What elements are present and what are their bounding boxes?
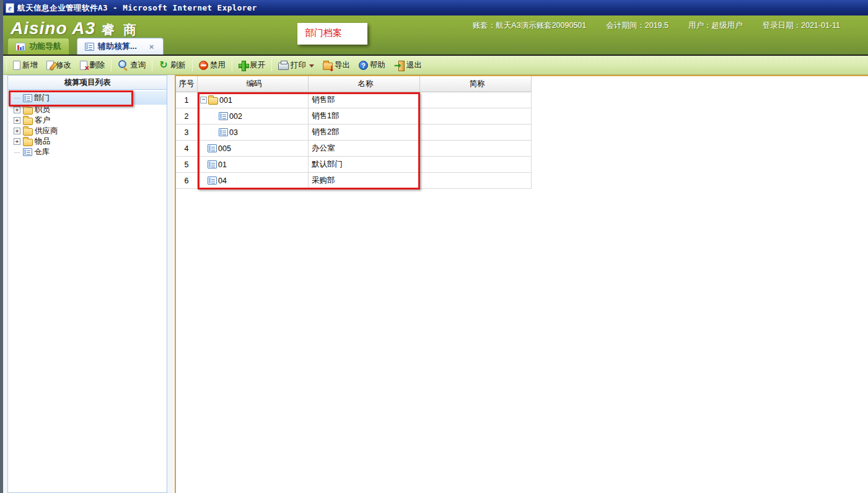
print-button[interactable]: 打印 xyxy=(274,58,318,73)
tree-item-supplier[interactable]: 供应商 xyxy=(8,126,167,136)
disable-icon xyxy=(199,61,208,70)
grid-icon xyxy=(85,43,94,51)
print-icon xyxy=(278,63,289,70)
folder-icon xyxy=(23,107,33,115)
tree-item-customer[interactable]: 客户 xyxy=(8,115,167,126)
list-icon xyxy=(208,144,217,152)
list-icon xyxy=(208,160,217,168)
tree-item-warehouse[interactable]: 仓库 xyxy=(8,147,167,157)
expand-button[interactable]: 展开 xyxy=(234,58,270,73)
brand-name-en: Aisino A3 xyxy=(11,19,95,38)
tree-connector xyxy=(14,98,20,98)
brand-logo: Aisino A3 睿 商 xyxy=(11,19,139,38)
grid-panel: 序号 编码 名称 简称 1 001 销售部 2 xyxy=(175,75,868,493)
tree-connector xyxy=(14,152,20,153)
list-icon xyxy=(219,112,228,120)
list-icon xyxy=(23,94,32,102)
app-window: 航天信息企业管理软件A3 - Microsoft Internet Explor… xyxy=(0,0,868,493)
expand-plus-icon[interactable] xyxy=(14,107,20,113)
toolbar-separator xyxy=(111,59,112,71)
accounting-period-info: 会计期间：2019.5 xyxy=(606,20,669,31)
help-button[interactable]: 帮助 xyxy=(354,58,390,73)
brand-name-cn: 睿 商 xyxy=(102,22,139,37)
expand-plus-icon[interactable] xyxy=(14,128,20,134)
list-icon xyxy=(208,177,217,185)
refresh-icon xyxy=(159,60,169,70)
collapse-minus-icon[interactable] xyxy=(200,97,207,103)
tab-label: 辅助核算... xyxy=(98,41,137,52)
tab-function-navigation[interactable]: 功能导航 xyxy=(7,38,69,55)
internet-explorer-icon xyxy=(6,3,14,13)
refresh-button[interactable]: 刷新 xyxy=(154,58,190,73)
toolbar-separator xyxy=(232,59,232,71)
table-row[interactable]: 6 04 采购部 xyxy=(176,173,532,189)
tree-item-goods[interactable]: 物品 xyxy=(8,136,167,147)
content-area: 核算项目列表 部门 职员 客户 xyxy=(3,75,868,493)
search-icon xyxy=(118,60,128,71)
column-header-code[interactable]: 编码 xyxy=(198,76,309,92)
annotation-callout: 部门档案 xyxy=(297,23,367,45)
table-row[interactable]: 5 01 默认部门 xyxy=(176,157,532,173)
folder-icon xyxy=(23,139,33,146)
delete-button[interactable]: 删除 xyxy=(76,58,109,73)
column-header-seq[interactable]: 序号 xyxy=(176,76,198,92)
export-button[interactable]: 导出 xyxy=(318,58,354,73)
delete-icon xyxy=(80,61,87,70)
new-button[interactable]: 新增 xyxy=(9,58,42,73)
tab-auxiliary-accounting[interactable]: 辅助核算... xyxy=(77,38,164,55)
exit-icon xyxy=(394,61,405,70)
tree-item-employee[interactable]: 职员 xyxy=(8,105,167,115)
table-row[interactable]: 3 03 销售2部 xyxy=(176,124,532,141)
session-info: 账套：航天A3演示账套20090501 会计期间：2019.5 用户：超级用户 … xyxy=(473,20,840,31)
folder-icon xyxy=(23,118,33,125)
disable-button[interactable]: 禁用 xyxy=(195,58,230,73)
toolbar: 新增 修改 删除 查询 刷新 禁用 展开 xyxy=(3,56,868,75)
table-row[interactable]: 1 001 销售部 xyxy=(176,92,532,108)
expand-plus-icon[interactable] xyxy=(14,138,20,145)
toolbar-separator xyxy=(192,59,193,71)
chevron-down-icon[interactable] xyxy=(309,64,314,70)
login-date-info: 登录日期：2021-01-11 xyxy=(762,20,840,31)
panel-splitter[interactable] xyxy=(167,75,175,493)
close-icon[interactable] xyxy=(149,43,154,51)
list-icon xyxy=(219,128,228,136)
sidebar-title: 核算项目列表 xyxy=(8,76,167,90)
window-title: 航天信息企业管理软件A3 - Microsoft Internet Explor… xyxy=(17,0,257,15)
expand-plus-icon[interactable] xyxy=(14,117,20,124)
grid-header-row: 序号 编码 名称 简称 xyxy=(176,76,532,92)
table-row[interactable]: 4 005 办公室 xyxy=(176,141,532,157)
toolbar-separator xyxy=(152,59,152,71)
new-doc-icon xyxy=(13,61,20,70)
query-button[interactable]: 查询 xyxy=(113,58,150,73)
tab-label: 功能导航 xyxy=(29,41,61,52)
app-header: Aisino A3 睿 商 账套：航天A3演示账套20090501 会计期间：2… xyxy=(3,15,868,56)
user-info: 用户：超级用户 xyxy=(688,20,743,31)
bar-chart-icon xyxy=(15,43,25,51)
department-grid: 序号 编码 名称 简称 1 001 销售部 2 xyxy=(176,76,532,189)
modify-button[interactable]: 修改 xyxy=(42,58,76,73)
folder-icon xyxy=(23,128,33,136)
exit-button[interactable]: 退出 xyxy=(390,58,426,73)
tab-strip: 功能导航 辅助核算... xyxy=(7,38,164,55)
window-titlebar: 航天信息企业管理软件A3 - Microsoft Internet Explor… xyxy=(3,0,868,15)
help-icon xyxy=(359,61,368,70)
toolbar-separator xyxy=(6,59,7,71)
column-header-name[interactable]: 名称 xyxy=(309,76,420,92)
expand-icon xyxy=(239,61,248,70)
account-set-info: 账套：航天A3演示账套20090501 xyxy=(473,20,586,31)
edit-icon xyxy=(46,61,54,70)
column-header-abbr[interactable]: 简称 xyxy=(420,76,532,92)
sidebar-panel: 核算项目列表 部门 职员 客户 xyxy=(7,75,167,493)
toolbar-separator xyxy=(271,59,272,71)
list-icon xyxy=(23,148,32,156)
table-row[interactable]: 2 002 销售1部 xyxy=(176,108,532,124)
open-folder-icon xyxy=(208,97,218,105)
export-icon xyxy=(323,63,333,70)
project-tree: 部门 职员 客户 供应商 xyxy=(8,90,167,157)
tree-item-department[interactable]: 部门 xyxy=(8,91,167,105)
